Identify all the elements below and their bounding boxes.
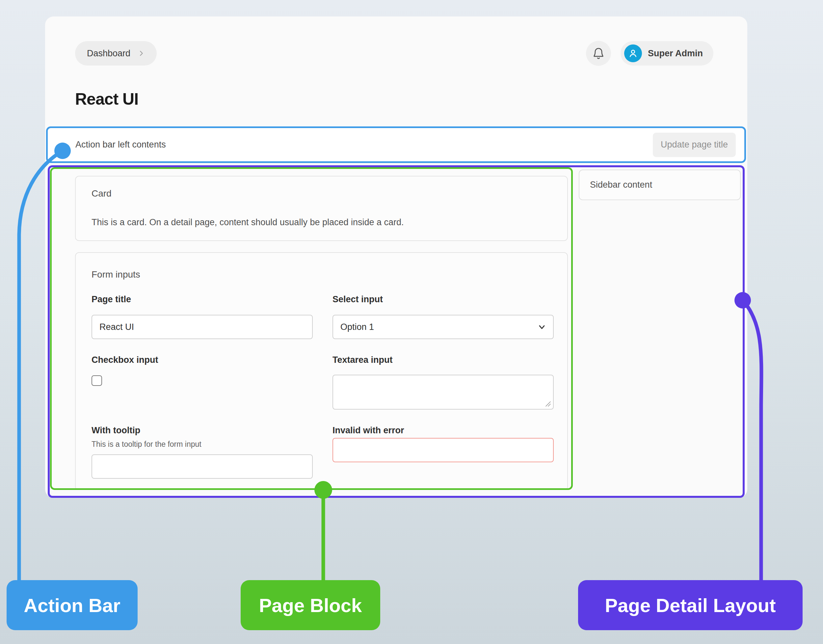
textarea-input[interactable] xyxy=(333,375,554,409)
sidebar-content-card: Sidebar content xyxy=(579,170,741,200)
textarea-wrapper xyxy=(333,375,554,409)
avatar xyxy=(624,44,642,62)
card-title: Card xyxy=(92,188,112,199)
page-title: React UI xyxy=(75,90,138,109)
page-block: Card This is a card. On a detail page, c… xyxy=(50,167,573,490)
breadcrumb[interactable]: Dashboard xyxy=(75,41,157,66)
chevron-down-icon xyxy=(537,322,547,331)
select-value: Option 1 xyxy=(340,322,374,332)
card-body-text: This is a card. On a detail page, conten… xyxy=(92,217,404,227)
checkbox-input[interactable] xyxy=(92,375,102,386)
page-title-input[interactable] xyxy=(92,315,313,339)
user-menu[interactable]: Super Admin xyxy=(621,41,713,66)
select-input[interactable]: Option 1 xyxy=(333,315,554,339)
form-inputs-card: Form inputs Page title Select input Opti… xyxy=(75,252,568,490)
sidebar-content-text: Sidebar content xyxy=(590,180,652,190)
form-inputs-title: Form inputs xyxy=(92,269,140,280)
checkbox-field-label: Checkbox input xyxy=(92,355,158,365)
chevron-right-icon xyxy=(138,50,145,57)
bell-icon xyxy=(592,47,605,60)
action-bar-annotation-label: Action Bar xyxy=(6,580,138,630)
action-bar-left-contents: Action bar left contents xyxy=(75,140,166,150)
invalid-input[interactable] xyxy=(333,438,554,462)
tooltip-field-label: With tooltip xyxy=(92,425,140,435)
page-detail-layout-annotation-label: Page Detail Layout xyxy=(578,580,803,630)
action-bar: Action bar left contents Update page tit… xyxy=(46,126,746,163)
invalid-field-label: Invalid with error xyxy=(333,425,404,435)
card: Card This is a card. On a detail page, c… xyxy=(75,176,568,241)
update-page-title-button[interactable]: Update page title xyxy=(653,133,736,157)
page-block-annotation-label: Page Block xyxy=(241,580,380,630)
tooltip-input[interactable] xyxy=(92,454,313,479)
textarea-field-label: Textarea input xyxy=(333,355,393,365)
select-field-label: Select input xyxy=(333,294,383,305)
breadcrumb-label: Dashboard xyxy=(87,48,130,58)
user-name: Super Admin xyxy=(648,48,703,58)
tooltip-helper-text: This is a tooltip for the form input xyxy=(92,440,201,449)
resize-handle-icon[interactable] xyxy=(544,400,552,408)
page-title-field-label: Page title xyxy=(92,294,131,305)
notifications-button[interactable] xyxy=(586,41,611,66)
user-icon xyxy=(627,48,639,59)
